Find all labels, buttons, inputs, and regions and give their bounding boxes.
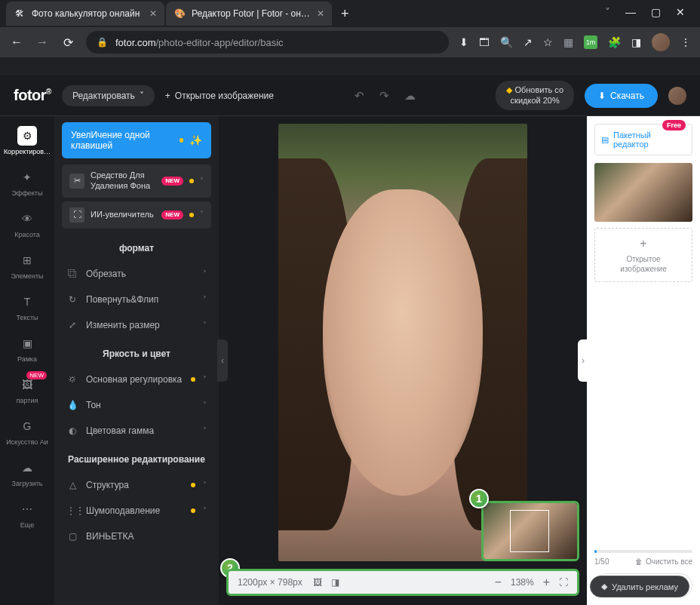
share-icon[interactable]: ↗ bbox=[523, 36, 533, 48]
cloud-button[interactable]: ☁ bbox=[404, 89, 416, 103]
fit-screen-icon[interactable]: ⛶ bbox=[559, 577, 568, 588]
undo-button[interactable]: ↶ bbox=[355, 89, 364, 103]
batch-editor-button[interactable]: Free ▤ Пакетный редактор bbox=[594, 124, 692, 155]
edit-dropdown[interactable]: Редактировать˅ bbox=[62, 85, 155, 106]
chevron-down-icon: ˅ bbox=[203, 295, 207, 303]
rail-adjust[interactable]: ⚙Корректиров… bbox=[0, 121, 54, 161]
sparkle-icon: ✦ bbox=[17, 167, 37, 187]
image-info-icon[interactable]: 🖼 bbox=[313, 577, 322, 588]
rail-batch[interactable]: NEW🖼партия bbox=[0, 370, 54, 410]
zoom-icon[interactable]: 🔍 bbox=[500, 36, 513, 48]
menu-icon[interactable]: ⋮ bbox=[680, 36, 691, 48]
download-button[interactable]: ⬇Скачать bbox=[585, 84, 658, 108]
browser-tab-0[interactable]: 🛠 Фото калькулятор онлайн ✕ bbox=[6, 2, 164, 26]
dot-indicator bbox=[189, 179, 194, 183]
tone-row[interactable]: 💧Тон˅ bbox=[62, 392, 211, 418]
remove-ads-button[interactable]: ◆Удалить рекламу bbox=[590, 576, 689, 597]
canvas-image[interactable] bbox=[278, 124, 527, 561]
palette-icon: ◐ bbox=[66, 425, 78, 436]
basic-adjust-row[interactable]: ⛭Основная регулировка˅ bbox=[62, 367, 211, 392]
open-image-button[interactable]: +Открытое изображение bbox=[165, 91, 274, 101]
close-window-button[interactable]: ✕ bbox=[676, 6, 685, 18]
url-bar[interactable]: 🔒 fotor.com/photo-editor-app/editor/basi… bbox=[86, 31, 449, 54]
vignette-icon: ▢ bbox=[66, 531, 78, 542]
dot-indicator bbox=[191, 483, 195, 487]
vignette-row[interactable]: ▢ВИНЬЕТКА bbox=[62, 524, 211, 549]
plus-icon: + bbox=[165, 91, 170, 101]
ai-icon: G bbox=[17, 416, 37, 436]
rail-elements[interactable]: ⊞Элементы bbox=[0, 245, 54, 285]
extensions-icon[interactable]: 🧩 bbox=[608, 36, 621, 48]
navigator-panel[interactable] bbox=[481, 501, 579, 561]
maximize-button[interactable]: ▢ bbox=[651, 6, 661, 18]
progress-fill bbox=[594, 550, 597, 553]
redo-button[interactable]: ↷ bbox=[379, 89, 389, 103]
add-image-button[interactable]: +Открытое изображение bbox=[594, 228, 692, 282]
zoom-out-button[interactable]: − bbox=[495, 576, 502, 589]
app-root: fotor® Редактировать˅ +Открытое изображе… bbox=[0, 75, 700, 605]
tab-title: Редактор Fotor | Fotor - онлай bbox=[192, 8, 311, 19]
extension-icon[interactable]: ▦ bbox=[563, 36, 573, 48]
upgrade-button[interactable]: ◆ Обновить со скидкой 20% bbox=[496, 81, 574, 109]
logo[interactable]: fotor® bbox=[14, 87, 51, 104]
compare-icon[interactable]: ◨ bbox=[331, 577, 339, 588]
zoom-in-button[interactable]: + bbox=[543, 576, 550, 589]
install-icon[interactable]: ⬇ bbox=[459, 36, 468, 48]
denoise-row[interactable]: ⋮⋮Шумоподавление˅ bbox=[62, 498, 211, 524]
bg-remover[interactable]: ✂Средство Для Удаления ФонаNEW˅ bbox=[62, 164, 211, 198]
browser-tab-1[interactable]: 🎨 Редактор Fotor | Fotor - онлай ✕ bbox=[166, 2, 332, 26]
tab-icon: 🎨 bbox=[173, 8, 186, 20]
one-tap-enhance[interactable]: УвелИчение одной клавишей✨ bbox=[62, 122, 211, 158]
plus-icon: + bbox=[603, 236, 684, 252]
structure-row[interactable]: △Структура˅ bbox=[62, 472, 211, 498]
left-panel: УвелИчение одной клавишей✨ ✂Средство Для… bbox=[54, 116, 219, 605]
forward-button[interactable]: → bbox=[35, 35, 50, 49]
resize-row[interactable]: ⤢Изменить размер˅ bbox=[62, 312, 211, 338]
minimize-button[interactable]: — bbox=[625, 6, 636, 18]
crop-row[interactable]: ⿻Обрезать˅ bbox=[62, 261, 211, 287]
left-rail: ⚙Корректиров… ✦Эффекты 👁Красота ⊞Элемент… bbox=[0, 116, 54, 605]
rotate-row[interactable]: ↻Повернуть&Флип˅ bbox=[62, 287, 211, 312]
collapse-right-button[interactable]: › bbox=[578, 339, 588, 382]
section-color: Яркость и цвет bbox=[62, 338, 211, 367]
bookmark-icon[interactable]: ☆ bbox=[543, 36, 553, 48]
back-button[interactable]: ← bbox=[9, 35, 24, 49]
adjust-icon: ⛭ bbox=[66, 374, 78, 385]
new-tab-button[interactable]: + bbox=[333, 6, 357, 22]
tab-icon: 🛠 bbox=[14, 8, 26, 20]
rail-frame[interactable]: ▣Рамка bbox=[0, 328, 54, 368]
thumbnail[interactable] bbox=[594, 163, 692, 222]
profile-avatar[interactable] bbox=[652, 33, 670, 51]
chevron-down-icon: ˅ bbox=[203, 401, 207, 409]
tab-title: Фото калькулятор онлайн bbox=[32, 8, 143, 19]
diamond-icon: ◆ bbox=[506, 85, 512, 94]
rail-text[interactable]: TТексты bbox=[0, 287, 54, 327]
rail-more[interactable]: ⋯Еще bbox=[0, 494, 54, 534]
right-panel: Free ▤ Пакетный редактор +Открытое изобр… bbox=[587, 116, 700, 605]
browser-toolbar: ← → ⟳ 🔒 fotor.com/photo-editor-app/edito… bbox=[0, 27, 700, 57]
window-controls: ˅ — ▢ ✕ bbox=[560, 0, 700, 24]
canvas-area: ‹ › 1 2 1200px × 798px 🖼 ◨ bbox=[219, 116, 587, 605]
rotate-icon: ↻ bbox=[66, 294, 78, 305]
color-gamut-row[interactable]: ◐Цветовая гамма˅ bbox=[62, 418, 211, 444]
rail-beauty[interactable]: 👁Красота bbox=[0, 204, 54, 244]
side-panel-icon[interactable]: ◨ bbox=[631, 36, 641, 48]
translate-icon[interactable]: 🗔 bbox=[479, 36, 490, 48]
user-avatar[interactable] bbox=[668, 87, 686, 105]
section-advanced: Расширенное редактирование bbox=[62, 444, 211, 472]
collapse-left-button[interactable]: ‹ bbox=[217, 339, 228, 382]
close-icon[interactable]: ✕ bbox=[149, 8, 157, 19]
rail-upload[interactable]: ☁Загрузить bbox=[0, 453, 54, 493]
rail-ai-art[interactable]: GИскусство Аи bbox=[0, 411, 54, 451]
tab-dropdown-icon[interactable]: ˅ bbox=[575, 6, 610, 18]
chevron-down-icon: ˅ bbox=[203, 375, 207, 383]
navigator-viewport[interactable] bbox=[510, 510, 549, 552]
reload-button[interactable]: ⟳ bbox=[60, 35, 75, 50]
ai-enlarger[interactable]: ⛶ИИ-увеличительNEW˅ bbox=[62, 201, 211, 229]
grid-icon: ⊞ bbox=[17, 250, 37, 270]
close-icon[interactable]: ✕ bbox=[317, 8, 324, 19]
clear-all-button[interactable]: 🗑Очистить все bbox=[635, 557, 692, 566]
extension-badge-icon[interactable]: 1m bbox=[584, 35, 597, 49]
header-center: ↶ ↷ ☁ bbox=[284, 89, 485, 103]
rail-effects[interactable]: ✦Эффекты bbox=[0, 162, 54, 202]
